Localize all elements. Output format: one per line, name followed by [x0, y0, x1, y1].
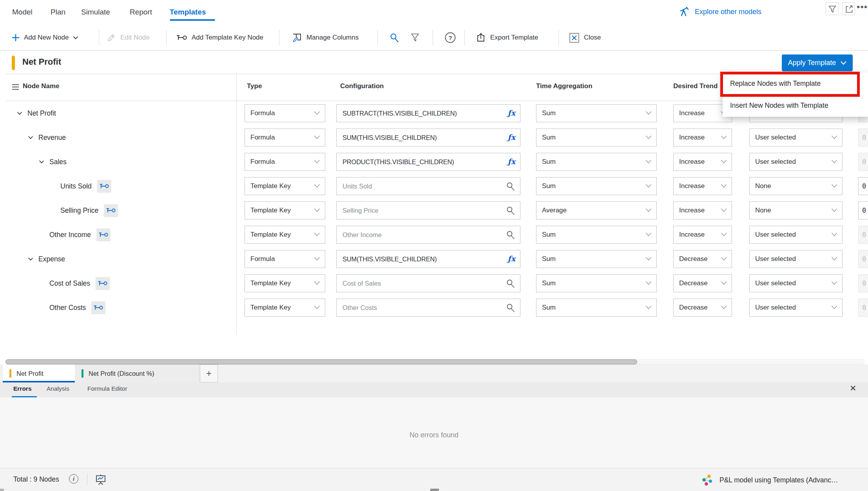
time-aggregation-select[interactable]: Average [536, 201, 657, 219]
close-panel-icon[interactable]: ✕ [850, 384, 857, 393]
desired-trend-select[interactable]: Decrease [673, 299, 732, 317]
value-field[interactable]: 0 [858, 299, 868, 317]
menu-item-replace-nodes[interactable]: Replace Nodes with Template [723, 72, 868, 94]
collapse-chevron-icon[interactable] [27, 256, 34, 262]
drag-handle-icon[interactable] [12, 84, 19, 90]
column-header-time-aggregation[interactable]: Time Aggregation [536, 82, 593, 90]
value-field[interactable]: 0 [858, 274, 868, 292]
presentation-chart-icon[interactable] [95, 474, 107, 486]
bottom-scrollbar-thumb[interactable] [430, 489, 439, 491]
close-button[interactable]: Close [569, 25, 601, 50]
formula-fx-icon[interactable]: ƒx [507, 133, 515, 141]
info-icon[interactable]: i [69, 474, 78, 484]
export-template-button[interactable]: Export Template [476, 25, 538, 50]
configuration-field[interactable]: Other Income [336, 226, 520, 244]
search-icon[interactable] [506, 230, 515, 240]
tab-net-profit-discount[interactable]: Net Profit (Discount %) [75, 364, 199, 382]
selection-mode-select[interactable]: User selected [749, 129, 843, 147]
configuration-field[interactable]: Units Sold [336, 177, 520, 195]
nav-tab-model[interactable]: Model [12, 8, 33, 16]
selection-mode-select[interactable]: User selected [749, 250, 843, 268]
panel-tab-formula-editor[interactable]: Formula Editor [87, 385, 127, 392]
more-options-icon[interactable]: ••• [857, 2, 868, 13]
filter-button[interactable] [826, 2, 839, 15]
desired-trend-select[interactable]: Increase [673, 201, 732, 219]
formula-fx-icon[interactable]: ƒx [507, 157, 515, 166]
search-button[interactable] [389, 25, 400, 50]
type-select[interactable]: Formula [245, 153, 325, 171]
edit-node-button[interactable]: Edit Node [107, 25, 150, 50]
search-icon[interactable] [506, 206, 515, 216]
collapse-chevron-icon[interactable] [27, 134, 34, 141]
node-name-label[interactable]: Expense [38, 255, 65, 263]
nav-tab-report[interactable]: Report [130, 8, 152, 16]
node-name-label[interactable]: Units Sold [60, 182, 92, 190]
panel-tab-errors[interactable]: Errors [13, 385, 32, 392]
type-select[interactable]: Template Key [245, 274, 325, 292]
configuration-field[interactable]: SUM(THIS.VISIBLE_CHILDREN) ƒx [336, 129, 520, 147]
node-name-label[interactable]: Other Income [49, 231, 91, 239]
type-select[interactable]: Template Key [245, 201, 325, 219]
formula-fx-icon[interactable]: ƒx [507, 109, 515, 117]
time-aggregation-select[interactable]: Sum [536, 226, 657, 244]
configuration-field[interactable]: SUM(THIS.VISIBLE_CHILDREN) ƒx [336, 250, 520, 268]
help-button[interactable]: ? [444, 25, 456, 50]
value-field[interactable]: 0 [858, 250, 868, 268]
time-aggregation-select[interactable]: Sum [536, 177, 657, 195]
desired-trend-select[interactable]: Increase [673, 226, 732, 244]
desired-trend-select[interactable]: Increase [673, 153, 732, 171]
node-name-label[interactable]: Other Costs [49, 304, 86, 312]
desired-trend-select[interactable]: Decrease [673, 274, 732, 292]
node-name-label[interactable]: Revenue [38, 134, 66, 142]
time-aggregation-select[interactable]: Sum [536, 299, 657, 317]
horizontal-scrollbar-thumb[interactable] [5, 359, 637, 364]
search-icon[interactable] [506, 279, 515, 288]
configuration-field[interactable]: PRODUCT(THIS.VISIBLE_CHILDREN) ƒx [336, 153, 520, 171]
value-field[interactable]: 0 [858, 153, 868, 171]
manage-columns-button[interactable]: Manage Columns [292, 25, 359, 50]
column-header-node-name[interactable]: Node Name [23, 82, 60, 90]
type-select[interactable]: Template Key [245, 226, 325, 244]
value-field[interactable]: 0 [858, 226, 868, 244]
configuration-field[interactable]: SUBTRACT(THIS.VISIBLE_CHILDREN) ƒx [336, 104, 520, 122]
type-select[interactable]: Formula [245, 104, 325, 122]
time-aggregation-select[interactable]: Sum [536, 274, 657, 292]
menu-item-insert-new-nodes[interactable]: Insert New Nodes with Template [723, 94, 868, 116]
selection-mode-select[interactable]: User selected [749, 226, 843, 244]
nav-tab-simulate[interactable]: Simulate [81, 8, 110, 16]
add-template-key-node-button[interactable]: Add Template Key Node [176, 25, 263, 50]
fullscreen-button[interactable] [842, 2, 855, 15]
formula-fx-icon[interactable]: ƒx [507, 254, 515, 263]
column-header-configuration[interactable]: Configuration [340, 82, 384, 90]
apply-template-button[interactable]: Apply Template [782, 54, 853, 71]
selection-mode-select[interactable]: User selected [749, 299, 843, 317]
type-select[interactable]: Formula [245, 129, 325, 147]
type-select[interactable]: Formula [245, 250, 325, 268]
configuration-field[interactable]: Cost of Sales [336, 274, 520, 292]
search-icon[interactable] [506, 303, 515, 313]
explore-other-models-link[interactable]: Explore other models [679, 6, 761, 17]
value-field[interactable]: 0 [858, 177, 868, 195]
nav-tab-plan[interactable]: Plan [51, 8, 65, 16]
time-aggregation-select[interactable]: Sum [536, 104, 657, 122]
configuration-field[interactable]: Other Costs [336, 299, 520, 317]
time-aggregation-select[interactable]: Sum [536, 153, 657, 171]
filter-rows-button[interactable] [410, 25, 420, 50]
time-aggregation-select[interactable]: Sum [536, 129, 657, 147]
nav-tab-templates[interactable]: Templates [170, 8, 206, 16]
selection-mode-select[interactable]: User selected [749, 153, 843, 171]
node-name-label[interactable]: Net Profit [27, 109, 56, 118]
node-name-label[interactable]: Sales [49, 158, 67, 166]
model-name-badge[interactable]: P&L model using Templates (Advanc… [701, 473, 838, 487]
tab-net-profit[interactable]: Net Profit [3, 364, 75, 382]
type-select[interactable]: Template Key [245, 177, 325, 195]
type-select[interactable]: Template Key [245, 299, 325, 317]
desired-trend-select[interactable]: Increase [673, 177, 732, 195]
value-field[interactable]: 0 [858, 201, 868, 219]
selection-mode-select[interactable]: None [749, 177, 843, 195]
collapse-chevron-icon[interactable] [16, 110, 23, 116]
time-aggregation-select[interactable]: Sum [536, 250, 657, 268]
column-header-desired-trend[interactable]: Desired Trend [673, 82, 718, 90]
search-icon[interactable] [506, 181, 515, 191]
desired-trend-select[interactable]: Decrease [673, 250, 732, 268]
